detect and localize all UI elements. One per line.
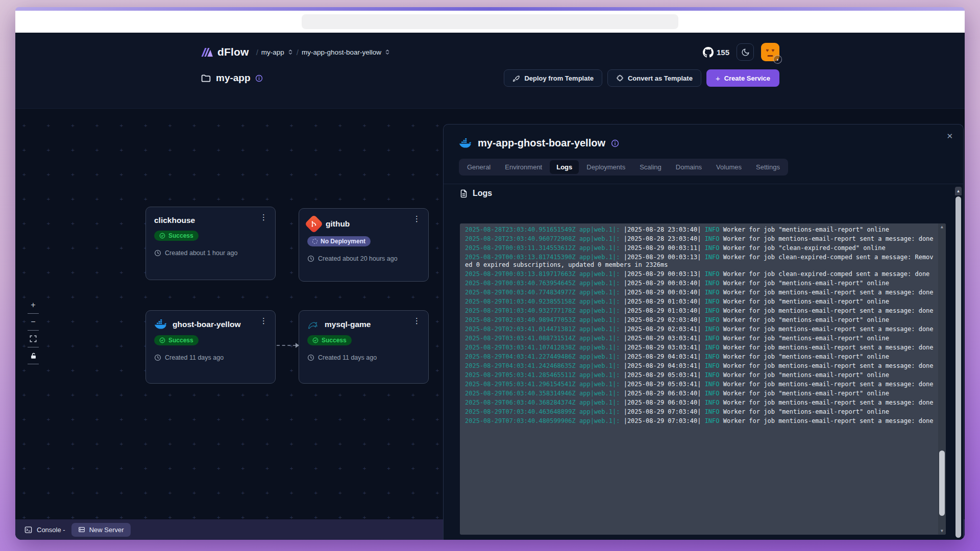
zoom-in-button[interactable]: + xyxy=(27,298,40,312)
breadcrumb-service[interactable]: my-app-ghost-boar-yellow xyxy=(302,48,381,56)
fit-view-button[interactable] xyxy=(27,332,40,345)
github-stars[interactable]: 155 xyxy=(703,47,729,58)
tab-domains[interactable]: Domains xyxy=(669,160,708,174)
clock-icon xyxy=(154,354,161,361)
zoom-out-button[interactable]: − xyxy=(27,315,40,329)
tab-general[interactable]: General xyxy=(460,160,497,174)
service-connector-edge xyxy=(277,345,296,346)
user-avatar[interactable]: ♥♥ ◗ xyxy=(761,43,779,61)
log-console[interactable]: 2025-08-28T23:03:40.951651549Z app|web.1… xyxy=(460,223,946,535)
theme-toggle-button[interactable] xyxy=(737,43,754,61)
dflow-logo-icon xyxy=(201,46,213,58)
created-timestamp: Created 11 days ago xyxy=(307,354,420,361)
service-name: ghost-boar-yellow xyxy=(173,320,240,329)
scroll-up-icon[interactable]: ▲ xyxy=(938,224,946,230)
service-card-github[interactable]: ⋮ github No Deployment xyxy=(299,208,429,282)
panel-title: my-app-ghost-boar-yellow xyxy=(478,137,605,149)
log-entry: 2025-08-29T01:03:40.932777178Z app|web.1… xyxy=(465,307,934,315)
log-entry: 2025-08-29T05:03:41.296154541Z app|web.1… xyxy=(465,381,934,388)
dflow-logo[interactable]: dFlow xyxy=(201,46,249,58)
log-entry: 2025-08-29T04:03:41.227449486Z app|web.1… xyxy=(465,353,934,361)
console-label-text: Console - xyxy=(37,526,65,534)
panel-scroll-up-icon[interactable]: ▲ xyxy=(955,187,962,195)
app-header: dFlow / my-app / my-app-ghost-boar-yello… xyxy=(15,33,965,109)
server-icon xyxy=(78,526,85,533)
create-service-button[interactable]: + Create Service xyxy=(706,69,779,87)
card-menu-icon[interactable]: ⋮ xyxy=(257,212,270,222)
tab-settings[interactable]: Settings xyxy=(749,160,787,174)
tab-scaling[interactable]: Scaling xyxy=(633,160,668,174)
service-name: github xyxy=(326,219,350,229)
service-name: mysql-game xyxy=(325,320,371,329)
status-label: No Deployment xyxy=(321,238,365,245)
docker-icon xyxy=(154,319,167,330)
close-icon[interactable]: ✕ xyxy=(944,130,955,143)
card-menu-icon[interactable]: ⋮ xyxy=(257,316,270,325)
breadcrumb: / my-app / my-app-ghost-boar-yellow xyxy=(256,48,390,57)
panel-tabs: General Environment Logs Deployments Sca… xyxy=(459,159,788,176)
log-entry: 2025-08-29T00:03:40.774834977Z app|web.1… xyxy=(465,289,934,296)
created-label: Created 11 days ago xyxy=(165,354,224,361)
status-label: Success xyxy=(322,337,347,344)
url-bar[interactable] xyxy=(302,14,678,29)
project-info-icon[interactable] xyxy=(255,74,263,82)
log-scrollbar[interactable]: ▲ ▼ xyxy=(938,223,946,535)
service-detail-panel: ✕ my-app-ghost-boar-yellow General Envir… xyxy=(443,124,964,540)
service-card-mysql-game[interactable]: ⋮ mysql-game Success xyxy=(299,310,429,384)
browser-titlebar xyxy=(15,11,965,33)
git-icon xyxy=(305,215,324,234)
tab-logs[interactable]: Logs xyxy=(550,160,579,174)
log-entry: 2025-08-29T00:03:11.314553612Z app|web.1… xyxy=(465,244,934,252)
card-menu-icon[interactable]: ⋮ xyxy=(410,214,423,223)
created-timestamp: Created 11 days ago xyxy=(154,354,267,361)
service-card-ghost-boar-yellow[interactable]: ⋮ ghost-boar-yellow Success xyxy=(145,310,276,384)
panel-scrollbar[interactable]: ▲ xyxy=(955,187,962,538)
console-label[interactable]: Console - xyxy=(24,526,65,534)
convert-as-template-button[interactable]: Convert as Template xyxy=(607,69,701,87)
log-entry: 2025-08-29T02:03:40.989477053Z app|web.1… xyxy=(465,316,934,324)
convert-as-template-label: Convert as Template xyxy=(628,74,693,82)
log-entry: 2025-08-29T05:03:41.285465511Z app|web.1… xyxy=(465,371,934,379)
document-icon xyxy=(459,189,468,198)
status-label: Success xyxy=(168,232,193,239)
status-badge: No Deployment xyxy=(307,236,371,246)
status-badge: Success xyxy=(154,231,199,241)
new-server-button[interactable]: New Server xyxy=(71,523,131,537)
service-info-icon[interactable] xyxy=(611,139,619,147)
divider xyxy=(444,184,963,184)
log-entry: 2025-08-29T07:03:40.463648899Z app|web.1… xyxy=(465,408,934,416)
divider xyxy=(28,330,39,331)
created-timestamp: Created about 1 hour ago xyxy=(154,249,267,257)
create-service-label: Create Service xyxy=(724,74,770,82)
lock-button[interactable] xyxy=(27,349,40,362)
tab-environment[interactable]: Environment xyxy=(498,160,549,174)
folder-icon xyxy=(201,73,211,84)
tab-deployments[interactable]: Deployments xyxy=(580,160,632,174)
mysql-icon xyxy=(307,319,320,330)
clock-icon xyxy=(307,354,314,361)
scroll-down-icon[interactable]: ▼ xyxy=(938,528,946,534)
status-badge: Success xyxy=(307,335,352,345)
project-switcher-icon[interactable] xyxy=(287,49,293,55)
service-name: clickhouse xyxy=(154,216,195,225)
tab-volumes[interactable]: Volumes xyxy=(709,160,748,174)
log-lines: 2025-08-28T23:03:40.951651549Z app|web.1… xyxy=(465,226,934,425)
check-circle-icon xyxy=(159,337,165,343)
service-card-clickhouse[interactable]: ⋮ clickhouse Success Create xyxy=(145,207,276,280)
zoom-out-icon: − xyxy=(31,317,35,327)
page-title: my-app xyxy=(216,72,251,84)
check-circle-icon xyxy=(312,337,318,343)
log-entry: 2025-08-29T01:03:40.923855158Z app|web.1… xyxy=(465,298,934,306)
log-scrollbar-thumb[interactable] xyxy=(939,450,945,516)
divider xyxy=(28,347,39,347)
created-timestamp: Created about 20 hours ago xyxy=(307,255,420,262)
deploy-from-template-button[interactable]: Deploy from Template xyxy=(504,69,602,87)
canvas-controls: + − xyxy=(27,298,40,366)
breadcrumb-project[interactable]: my-app xyxy=(261,48,284,56)
browser-window: dFlow / my-app / my-app-ghost-boar-yello… xyxy=(15,7,965,540)
card-menu-icon[interactable]: ⋮ xyxy=(410,316,423,325)
logo-text: dFlow xyxy=(217,46,249,58)
plus-icon: + xyxy=(716,74,720,83)
service-switcher-icon[interactable] xyxy=(384,49,390,55)
panel-scrollbar-thumb[interactable] xyxy=(955,196,961,538)
